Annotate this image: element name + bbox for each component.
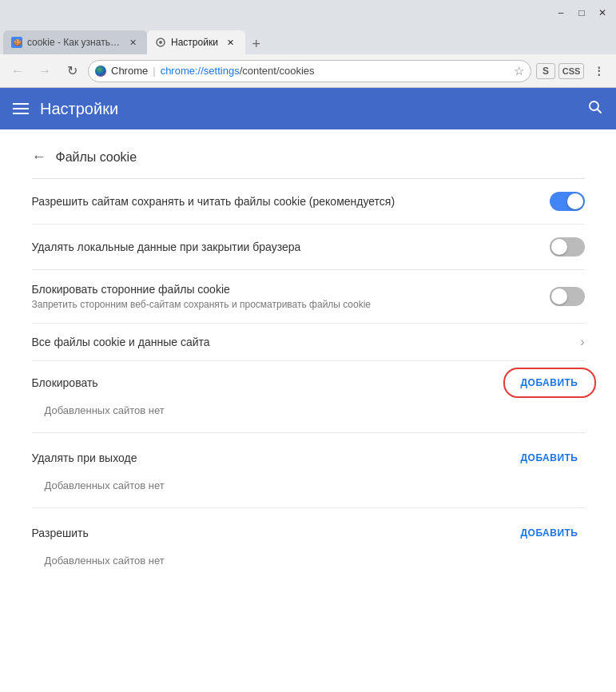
block-third-party-toggle[interactable] — [550, 287, 585, 306]
tab-cookie[interactable]: 🍪 cookie - Как узнать, ест... ✕ — [3, 30, 147, 54]
allow-cookies-toggle-knob — [567, 193, 583, 209]
chrome-menu-button[interactable]: ⋮ — [587, 60, 610, 82]
svg-text:🍪: 🍪 — [14, 38, 22, 46]
block-third-party-label: Блокировать сторонние файлы cookie — [32, 283, 537, 296]
address-separator: | — [153, 65, 155, 77]
address-url: chrome://settings/content/cookies — [161, 65, 315, 77]
block-add-button[interactable]: ДОБАВИТЬ — [515, 374, 585, 392]
settings-search-button[interactable] — [587, 99, 603, 119]
title-bar: – □ ✕ — [0, 0, 616, 26]
delete-on-exit-section-header: Удалять при выходе ДОБАВИТЬ — [32, 436, 585, 473]
back-arrow-button[interactable]: ← — [32, 149, 46, 165]
minimize-button[interactable]: – — [550, 3, 571, 22]
maximize-button[interactable]: □ — [571, 3, 592, 22]
block-empty-label: Добавленных сайтов нет — [32, 398, 585, 429]
settings-page-title: Настройки — [40, 100, 118, 118]
bookmark-icon[interactable]: ☆ — [514, 64, 524, 78]
allow-add-button[interactable]: ДОБАВИТЬ — [515, 524, 585, 542]
block-divider — [32, 432, 585, 433]
extension-s-button[interactable]: S — [536, 63, 555, 79]
tab-cookie-label: cookie - Как узнать, ест... — [27, 37, 120, 48]
svg-point-3 — [159, 41, 162, 44]
allow-cookies-row: Разрешить сайтам сохранять и читать файл… — [32, 179, 585, 225]
address-bar: ← → ↻ Chrome | chrome://settings/content… — [0, 54, 616, 88]
hamburger-line-3 — [13, 113, 29, 114]
all-cookies-link-row[interactable]: Все файлы cookie и данные сайта › — [32, 324, 585, 361]
block-third-party-desc: Запретить сторонним веб-сайтам сохранять… — [32, 299, 537, 310]
back-button[interactable]: ← — [6, 60, 29, 82]
allow-cookies-toggle[interactable] — [550, 192, 585, 211]
settings-content-area: ← Файлы cookie Разрешить сайтам сохранят… — [0, 129, 616, 692]
tab-cookie-icon: 🍪 — [11, 37, 22, 48]
delete-on-exit-divider — [32, 507, 585, 508]
block-section-header: Блокировать ДОБАВИТЬ — [32, 361, 585, 398]
extension-css-button[interactable]: CSS — [558, 63, 584, 79]
allow-cookies-label: Разрешить сайтам сохранять и читать файл… — [32, 195, 537, 208]
allow-section-header: Разрешить ДОБАВИТЬ — [32, 511, 585, 548]
block-section-title: Блокировать — [32, 376, 98, 389]
allow-section-title: Разрешить — [32, 527, 89, 539]
block-third-party-text: Блокировать сторонние файлы cookie Запре… — [32, 283, 537, 310]
settings-header: Настройки — [0, 88, 616, 129]
block-third-party-toggle-knob — [551, 288, 567, 304]
tab-settings[interactable]: Настройки ✕ — [147, 30, 245, 54]
back-navigation: ← Файлы cookie — [32, 142, 585, 178]
browser-window: – □ ✕ 🍪 cookie - Как узнать, ест... ✕ На… — [0, 0, 616, 692]
chrome-icon — [95, 66, 106, 77]
delete-on-exit-add-button[interactable]: ДОБАВИТЬ — [515, 449, 585, 467]
all-cookies-link-label: Все файлы cookie и данные сайта — [32, 336, 210, 348]
chevron-right-icon: › — [580, 335, 584, 349]
tab-bar: 🍪 cookie - Как узнать, ест... ✕ Настройк… — [0, 26, 616, 54]
hamburger-menu[interactable] — [13, 103, 29, 114]
new-tab-button[interactable]: + — [245, 34, 268, 54]
forward-button[interactable]: → — [34, 60, 56, 82]
hamburger-line-1 — [13, 103, 29, 105]
address-input-wrap[interactable]: Chrome | chrome://settings/content/cooki… — [88, 60, 531, 82]
tab-settings-icon — [155, 37, 166, 48]
hamburger-line-2 — [13, 108, 29, 109]
window-controls: – □ ✕ — [550, 3, 613, 22]
delete-on-close-toggle-knob — [551, 239, 567, 255]
allow-empty-label: Добавленных сайтов нет — [32, 548, 585, 579]
tab-settings-close[interactable]: ✕ — [225, 36, 237, 49]
tab-cookie-close[interactable]: ✕ — [126, 36, 139, 49]
delete-on-close-toggle[interactable] — [550, 237, 585, 257]
reload-button[interactable]: ↻ — [61, 60, 83, 82]
delete-on-close-label: Удалять локальные данные при закрытии бр… — [32, 241, 537, 253]
section-title: Файлы cookie — [56, 150, 137, 165]
chrome-label: Chrome — [111, 65, 148, 77]
toolbar-right: S CSS ⋮ — [536, 60, 610, 82]
allow-cookies-text: Разрешить сайтам сохранять и читать файл… — [32, 195, 537, 208]
block-third-party-row: Блокировать сторонние файлы cookie Запре… — [32, 270, 585, 324]
delete-on-close-row: Удалять локальные данные при закрытии бр… — [32, 225, 585, 270]
tab-settings-label: Настройки — [171, 37, 218, 48]
delete-on-exit-section-title: Удалять при выходе — [32, 451, 137, 464]
settings-header-left: Настройки — [13, 100, 118, 118]
svg-line-5 — [598, 109, 602, 113]
close-button[interactable]: ✕ — [592, 3, 613, 22]
delete-on-close-text: Удалять локальные данные при закрытии бр… — [32, 241, 537, 253]
delete-on-exit-empty-label: Добавленных сайтов нет — [32, 473, 585, 504]
